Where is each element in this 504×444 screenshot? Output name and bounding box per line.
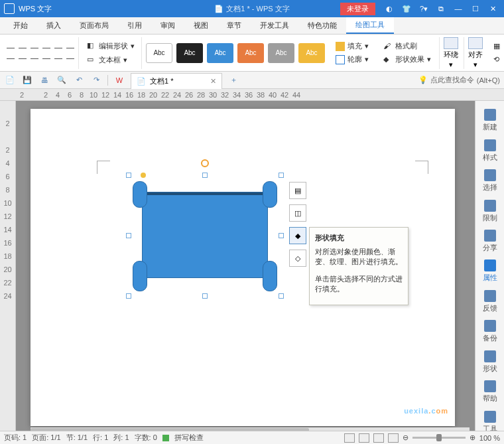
status-page[interactable]: 页码: 1 xyxy=(4,433,27,443)
side-restrict-label: 限制 xyxy=(483,213,497,223)
resize-handle-t[interactable] xyxy=(202,173,208,178)
preview-icon[interactable]: 🔍 xyxy=(56,74,68,86)
rotate-icon: ⟲ xyxy=(493,55,503,64)
zoom-in-icon[interactable]: ⊕ xyxy=(470,433,475,442)
view-outline-icon[interactable] xyxy=(359,433,369,443)
side-feedback[interactable]: 反馈 xyxy=(477,289,503,315)
restore-down-icon[interactable]: ⧉ xyxy=(434,3,448,15)
side-help[interactable]: 帮助 xyxy=(477,379,503,405)
login-button[interactable]: 未登录 xyxy=(340,3,375,15)
canvas[interactable]: ▤ ◫ ◆ ◇ 形状填充 对所选对象使用颜色、渐变、纹理、图片进行填充。 单击箭… xyxy=(16,101,475,435)
status-pages[interactable]: 页面: 1/1 xyxy=(32,433,60,443)
new-file-icon[interactable]: 📄 xyxy=(4,74,16,86)
side-select[interactable]: 选择 xyxy=(477,168,503,194)
align-button[interactable]: 对齐▾ xyxy=(464,37,487,69)
resize-handle-tl[interactable] xyxy=(126,173,131,178)
view-read-icon[interactable] xyxy=(388,433,399,443)
ctx-crop-icon[interactable]: ◫ xyxy=(289,204,306,222)
menu-section[interactable]: 章节 xyxy=(218,17,251,34)
resize-handle-br[interactable] xyxy=(279,293,284,299)
menu-drawingtools[interactable]: 绘图工具 xyxy=(346,17,394,34)
adjust-handle[interactable] xyxy=(141,173,146,178)
format-painter-button[interactable]: 🖌格式刷 xyxy=(379,40,435,52)
resize-handle-bl[interactable] xyxy=(126,293,131,299)
menu-features[interactable]: 特色功能 xyxy=(298,17,346,34)
print-icon[interactable]: 🖶 xyxy=(38,74,50,86)
app-logo-icon xyxy=(4,3,15,14)
close-icon[interactable]: ✕ xyxy=(485,3,500,15)
wrap-button[interactable]: 环绕▾ xyxy=(439,37,462,69)
status-section[interactable]: 节: 1/1 xyxy=(66,433,88,443)
side-feedback-label: 反馈 xyxy=(483,303,497,313)
skin-icon[interactable]: ◐ xyxy=(382,3,397,15)
minimize-icon[interactable]: — xyxy=(451,3,466,15)
side-restrict[interactable]: 限制 xyxy=(477,198,503,224)
status-col[interactable]: 列: 1 xyxy=(113,433,129,443)
style-preset-1[interactable]: Abc xyxy=(146,43,172,63)
rotate-handle[interactable] xyxy=(201,159,209,167)
resize-handle-l[interactable] xyxy=(126,233,131,238)
new-tab-icon[interactable]: ＋ xyxy=(227,74,239,86)
outline-label: 轮廓 xyxy=(347,54,362,64)
undo-icon[interactable]: ↶ xyxy=(73,74,85,86)
help-icon[interactable]: ?▾ xyxy=(416,3,431,15)
shape-lines-gallery[interactable] xyxy=(5,43,76,63)
outline-icon xyxy=(336,55,345,64)
resize-handle-r[interactable] xyxy=(279,233,284,238)
style-preset-4[interactable]: Abc xyxy=(237,43,264,63)
ctx-shape-fill-icon[interactable]: ◆ xyxy=(289,227,306,244)
shape-style-gallery[interactable]: Abc Abc Abc Abc Abc Abc xyxy=(146,43,325,63)
wps-logo-icon[interactable]: W xyxy=(113,74,125,86)
menu-reference[interactable]: 引用 xyxy=(118,17,151,34)
page[interactable]: ▤ ◫ ◆ ◇ 形状填充 对所选对象使用颜色、渐变、纹理、图片进行填充。 单击箭… xyxy=(31,109,455,426)
style-preset-3[interactable]: Abc xyxy=(207,43,233,63)
menu-insert[interactable]: 插入 xyxy=(37,17,70,34)
fill-button[interactable]: 填充 ▾ xyxy=(332,40,373,52)
shape-icon xyxy=(484,350,496,362)
menu-pagelayout[interactable]: 页面布局 xyxy=(70,17,118,34)
textbox-button[interactable]: ▭文本框 ▾ xyxy=(83,54,139,66)
menu-review[interactable]: 审阅 xyxy=(151,17,184,34)
status-words[interactable]: 字数: 0 xyxy=(135,433,157,443)
side-backup[interactable]: 备份 xyxy=(477,319,503,344)
view-web-icon[interactable] xyxy=(373,433,384,443)
side-share[interactable]: 分享 xyxy=(477,228,503,254)
ctx-layout-icon[interactable]: ▤ xyxy=(289,182,306,199)
view-print-icon[interactable] xyxy=(344,433,355,443)
style-preset-2[interactable]: Abc xyxy=(176,43,203,63)
zoom-slider[interactable] xyxy=(412,437,466,439)
status-spell[interactable]: 拼写检查 xyxy=(174,433,204,443)
side-style[interactable]: 样式 xyxy=(477,137,503,163)
outline-button[interactable]: 轮廓 ▾ xyxy=(332,53,373,66)
horizontal-ruler[interactable]: 2246810121416182022242628303234363840424… xyxy=(0,89,504,101)
status-line[interactable]: 行: 1 xyxy=(93,433,108,443)
resize-handle-b[interactable] xyxy=(202,293,208,299)
save-icon[interactable]: 💾 xyxy=(21,74,33,86)
shape-effect-button[interactable]: ◆形状效果 ▾ xyxy=(379,53,435,66)
document-tab[interactable]: 📄 文档1 * ✕ xyxy=(131,73,222,89)
edit-shape-button[interactable]: ◧编辑形状 ▾ xyxy=(83,40,139,52)
scroll-shape[interactable] xyxy=(133,181,277,291)
menu-view[interactable]: 视图 xyxy=(184,17,218,34)
zoom-out-icon[interactable]: ⊖ xyxy=(403,433,409,442)
maximize-icon[interactable]: ☐ xyxy=(468,3,483,15)
menu-start[interactable]: 开始 xyxy=(4,17,37,34)
resize-handle-tr[interactable] xyxy=(279,173,284,178)
zoom-value[interactable]: 100 % xyxy=(479,434,500,442)
wrap-label: 环绕 xyxy=(444,50,458,60)
menu-devtools[interactable]: 开发工具 xyxy=(251,17,298,34)
redo-icon[interactable]: ↷ xyxy=(90,74,102,86)
style-preset-5[interactable]: Abc xyxy=(268,43,294,63)
vertical-ruler[interactable]: 224681012141618202224 xyxy=(0,101,16,435)
side-new[interactable]: 新建 xyxy=(477,108,503,133)
rotate-button[interactable]: ⟲旋 xyxy=(489,53,504,66)
command-search[interactable]: 💡 点此查找命令 (Alt+Q) xyxy=(418,75,500,85)
ctx-shape-outline-icon[interactable]: ◇ xyxy=(289,250,306,267)
group-button[interactable]: ▦组 xyxy=(489,40,504,52)
side-properties[interactable]: 属性 xyxy=(477,258,503,284)
selected-shape[interactable] xyxy=(129,175,281,296)
style-preset-6[interactable]: Abc xyxy=(298,43,325,63)
side-shape[interactable]: 形状 xyxy=(477,349,503,375)
tab-close-icon[interactable]: ✕ xyxy=(210,77,216,86)
shirt-icon[interactable]: 👕 xyxy=(399,3,414,15)
